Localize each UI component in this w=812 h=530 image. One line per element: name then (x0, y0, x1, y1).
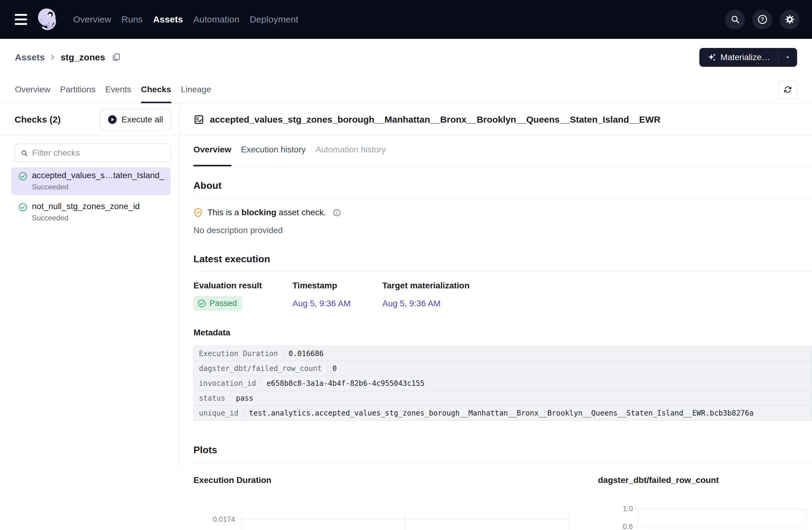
chevron-down-icon (784, 54, 791, 61)
check-list-item-accepted-values[interactable]: accepted_values_s…taten_Island_ Succeede… (11, 167, 171, 195)
nav-overview[interactable]: Overview (73, 14, 111, 25)
nav-runs[interactable]: Runs (121, 14, 143, 25)
help-button[interactable]: ? (753, 10, 772, 29)
metadata-value: e658b8c8-3a1a-4b4f-82b6-4c955043c155 (261, 379, 812, 388)
divider (193, 271, 812, 272)
copy-icon (111, 52, 121, 62)
table-row: status pass (194, 391, 812, 406)
check-description: No description provided (193, 225, 812, 235)
table-row: unique_id test.analytics.accepted_values… (194, 406, 812, 421)
dagster-logo[interactable] (37, 8, 57, 31)
metadata-key: unique_id (194, 406, 244, 421)
gear-icon (785, 14, 795, 25)
table-row: dagster_dbt/failed_row_count 0 (194, 361, 812, 376)
checks-count-title: Checks (2) (15, 115, 61, 125)
latest-execution-labels: Evaluation result Timestamp Target mater… (193, 281, 812, 291)
table-row: invocation_id e658b8c8-3a1a-4b4f-82b6-4c… (194, 376, 812, 391)
svg-text:?: ? (761, 16, 764, 23)
checks-header-band: Checks (2) Execute all accepted_values_s… (0, 104, 812, 136)
check-circle-icon (198, 299, 206, 308)
nav-deployment[interactable]: Deployment (250, 14, 298, 25)
blocking-text: This is a blocking asset check. (207, 208, 326, 217)
chart-plot-area: 0.0174 (193, 509, 598, 530)
check-name: not_null_stg_zones_zone_id (32, 202, 140, 211)
chart-plot-area: 1.0 0.6 (598, 509, 812, 530)
breadcrumb-assets-link[interactable]: Assets (15, 52, 45, 62)
nav-assets[interactable]: Assets (153, 14, 183, 25)
asset-tabs-row: Overview Partitions Events Checks Lineag… (0, 76, 812, 104)
check-list-item-not-null[interactable]: not_null_stg_zones_zone_id Succeeded (11, 198, 171, 226)
refresh-icon (783, 85, 792, 94)
shield-check-icon (193, 207, 203, 218)
search-icon (730, 15, 740, 24)
tab-partitions[interactable]: Partitions (60, 76, 96, 103)
check-detail-tabs: Overview Execution history Automation hi… (193, 136, 812, 167)
nav-automation[interactable]: Automation (193, 14, 239, 25)
metadata-value: test.analytics.accepted_values_stg_zones… (244, 409, 812, 417)
asset-name: stg_zones (60, 52, 105, 62)
tab-check-overview[interactable]: Overview (193, 145, 231, 166)
check-success-icon (18, 203, 28, 222)
passed-badge: Passed (193, 296, 242, 311)
sparkle-icon (707, 53, 716, 62)
play-circle-icon (107, 115, 117, 125)
settings-button[interactable] (780, 10, 800, 29)
info-icon[interactable] (333, 208, 341, 217)
blocking-check-row: This is a blocking asset check. (193, 207, 812, 218)
search-button[interactable] (725, 10, 745, 29)
evaluation-result-label: Evaluation result (193, 281, 292, 291)
metadata-table: Execution Duration 0.016686 dagster_dbt/… (193, 346, 812, 421)
tab-automation-history: Automation history (316, 145, 386, 166)
filter-checks-box (15, 144, 171, 162)
top-navigation-bar: Overview Runs Assets Automation Deployme… (0, 0, 812, 39)
help-icon: ? (757, 14, 768, 25)
check-title-row: accepted_values_stg_zones_borough__Manha… (179, 104, 812, 135)
filter-checks-input[interactable] (32, 148, 164, 158)
breadcrumb-chevron-icon (49, 54, 56, 61)
target-materialization-label: Target materialization (382, 281, 812, 291)
divider (193, 198, 812, 198)
tab-lineage[interactable]: Lineage (181, 76, 211, 103)
table-row: Execution Duration 0.016686 (194, 346, 812, 361)
metadata-value: pass (231, 394, 812, 402)
tab-execution-history[interactable]: Execution history (241, 145, 306, 166)
chart-title: Execution Duration (193, 475, 598, 485)
about-heading: About (193, 180, 812, 191)
checks-sidebar: accepted_values_s…taten_Island_ Succeede… (0, 136, 179, 469)
refresh-button[interactable] (778, 80, 797, 99)
breadcrumb: Assets stg_zones (15, 52, 121, 62)
hamburger-menu-icon[interactable] (15, 14, 27, 25)
execute-all-label: Execute all (121, 115, 163, 124)
plots-section: Execution Duration 0.0174 dagster_dbt/fa… (193, 475, 812, 530)
latest-execution-values: Passed Aug 5, 9:36 AM Aug 5, 9:36 AM (193, 296, 812, 311)
tab-checks[interactable]: Checks (141, 76, 171, 103)
materialize-split-button: Materialize… (699, 48, 797, 67)
materialize-button[interactable]: Materialize… (699, 48, 778, 67)
chart-title: dagster_dbt/failed_row_count (598, 475, 812, 485)
timestamp-link[interactable]: Aug 5, 9:36 AM (292, 299, 382, 308)
execute-all-button[interactable]: Execute all (100, 109, 171, 130)
check-title: accepted_values_stg_zones_borough__Manha… (210, 115, 661, 125)
target-materialization-link[interactable]: Aug 5, 9:36 AM (382, 299, 812, 308)
materialize-dropdown-button[interactable] (778, 48, 797, 67)
copy-asset-name-button[interactable] (111, 52, 121, 62)
plots-heading: Plots (193, 444, 812, 456)
failed-row-count-chart: dagster_dbt/failed_row_count 1.0 0.6 (598, 475, 812, 530)
metadata-value: 0.016686 (283, 349, 812, 358)
metadata-value: 0 (327, 364, 812, 373)
checks-sidebar-header: Checks (2) Execute all (0, 104, 179, 135)
check-status: Succeeded (32, 214, 140, 222)
primary-nav: Overview Runs Assets Automation Deployme… (73, 14, 298, 25)
breadcrumb-row: Assets stg_zones Materialize… (0, 39, 812, 76)
tab-overview[interactable]: Overview (15, 76, 50, 103)
materialize-label: Materialize… (721, 53, 770, 62)
metadata-key: Execution Duration (194, 346, 283, 361)
latest-execution-heading: Latest execution (193, 253, 812, 265)
checklist-icon (193, 114, 204, 125)
metadata-key: dagster_dbt/failed_row_count (194, 361, 327, 376)
check-status: Succeeded (32, 183, 164, 191)
y-axis-tick: 0.6 (598, 522, 633, 530)
y-axis-tick: 0.0174 (193, 515, 235, 524)
tab-events[interactable]: Events (105, 76, 131, 103)
check-name: accepted_values_s…taten_Island_ (32, 171, 164, 180)
